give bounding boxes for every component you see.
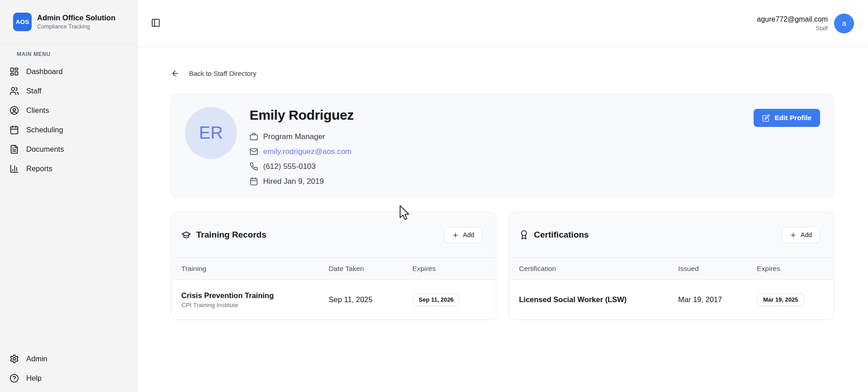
profile-phone: (612) 555-0103 [263, 162, 316, 171]
training-expires-badge: Sep 11, 2026 [412, 293, 460, 306]
certification-issued: Mar 19, 2017 [678, 295, 757, 304]
gear-icon [9, 354, 19, 364]
profile-card: ER Emily Rodriguez Program Manager emily… [171, 93, 834, 197]
training-records-title: Training Records [181, 230, 266, 240]
sidebar-item-staff[interactable]: Staff [0, 81, 137, 101]
help-circle-icon [9, 373, 19, 383]
certification-table-row[interactable]: Licensed Social Worker (LSW) Mar 19, 201… [509, 280, 834, 319]
add-training-label: Add [463, 231, 474, 238]
sidebar-item-admin[interactable]: Admin [0, 349, 137, 369]
app-logo-block: AOS Admin Office Solution Compliance Tra… [0, 0, 137, 44]
account-avatar[interactable]: a [834, 14, 854, 33]
sidebar-item-documents[interactable]: Documents [0, 140, 137, 159]
profile-hired-row: Hired Jan 9, 2019 [250, 174, 354, 189]
main-area: agure772@gmail.com Staff a Back to Staff… [137, 0, 868, 392]
profile-job-title-row: Program Manager [250, 129, 354, 144]
profile-email-link[interactable]: emily.rodriguez@aos.com [263, 147, 352, 156]
sidebar-item-dashboard[interactable]: Dashboard [0, 62, 137, 81]
training-date-taken: Sep 11, 2025 [329, 295, 412, 304]
sidebar-nav: MAIN MENU Dashboard Staff Clients Schedu… [0, 51, 137, 178]
training-table-row[interactable]: Crisis Prevention Training CPI Training … [171, 280, 496, 319]
briefcase-icon [250, 132, 258, 141]
sidebar-item-label: Help [26, 374, 42, 383]
page-content: Back to Staff Directory ER Emily Rodrigu… [137, 47, 868, 320]
certification-name: Licensed Social Worker (LSW) [519, 295, 678, 304]
sidebar-item-label: Documents [26, 145, 64, 154]
certification-expires-badge: Mar 19, 2025 [757, 293, 804, 306]
sidebar-footer: Admin Help [0, 349, 137, 392]
training-records-panel: Training Records Add Training Date Taken… [171, 212, 496, 320]
sidebar-item-help[interactable]: Help [0, 369, 137, 388]
column-header: Issued [678, 265, 757, 273]
calendar-icon [9, 125, 19, 135]
mail-icon [250, 147, 258, 156]
sidebar-spacer [0, 178, 137, 349]
training-provider: CPI Training Institute [181, 302, 329, 308]
award-icon [519, 230, 529, 240]
certifications-title: Certifications [519, 230, 589, 240]
app-logo: AOS [13, 13, 32, 31]
training-table-header: Training Date Taken Expires [171, 257, 496, 280]
sidebar-item-label: Staff [26, 87, 42, 95]
profile-hired-date: Hired Jan 9, 2019 [263, 177, 324, 186]
phone-icon [250, 162, 258, 171]
user-circle-icon [9, 106, 19, 115]
column-header: Expires [757, 265, 824, 273]
bar-chart-icon [9, 164, 19, 173]
sidebar-item-label: Clients [26, 106, 49, 115]
column-header: Training [181, 265, 329, 273]
back-link-label: Back to Staff Directory [189, 70, 256, 77]
sidebar-toggle-button[interactable] [150, 18, 161, 29]
app-window: AOS Admin Office Solution Compliance Tra… [0, 0, 868, 392]
sidebar: AOS Admin Office Solution Compliance Tra… [0, 0, 137, 392]
app-subtitle: Compliance Tracking [37, 23, 115, 30]
graduation-cap-icon [181, 230, 191, 240]
profile-avatar: ER [185, 107, 237, 159]
back-to-staff-directory-link[interactable]: Back to Staff Directory [171, 68, 256, 79]
calendar-icon [250, 177, 258, 186]
edit-pencil-icon [762, 114, 770, 122]
add-certification-label: Add [801, 231, 812, 238]
sidebar-item-reports[interactable]: Reports [0, 159, 137, 178]
sidebar-item-label: Admin [26, 355, 47, 363]
panel-left-icon [151, 18, 160, 28]
training-name: Crisis Prevention Training [181, 291, 329, 300]
profile-phone-row: (612) 555-0103 [250, 159, 354, 174]
profile-email-row: emily.rodriguez@aos.com [250, 144, 354, 159]
file-text-icon [9, 145, 19, 154]
sidebar-item-label: Reports [26, 164, 52, 173]
certifications-panel: Certifications Add Certification Issued … [509, 212, 834, 320]
arrow-left-icon [171, 69, 179, 78]
account-block: agure772@gmail.com Staff a [757, 14, 854, 33]
certifications-table-header: Certification Issued Expires [509, 257, 834, 280]
sidebar-item-scheduling[interactable]: Scheduling [0, 120, 137, 140]
plus-icon [452, 232, 459, 238]
training-records-title-label: Training Records [196, 230, 266, 240]
profile-job-title: Program Manager [263, 132, 325, 141]
plus-icon [790, 232, 797, 238]
sidebar-item-label: Scheduling [26, 126, 63, 134]
users-icon [9, 86, 19, 96]
add-training-button[interactable]: Add [444, 227, 482, 243]
dashboard-icon [9, 67, 19, 76]
edit-profile-button[interactable]: Edit Profile [754, 109, 820, 127]
column-header: Expires [412, 265, 486, 273]
sidebar-item-label: Dashboard [26, 67, 63, 76]
sidebar-item-clients[interactable]: Clients [0, 101, 137, 120]
app-title: Admin Office Solution [37, 14, 115, 22]
edit-profile-label: Edit Profile [774, 114, 811, 122]
topbar: agure772@gmail.com Staff a [137, 0, 868, 47]
certifications-title-label: Certifications [534, 230, 589, 240]
account-role: Staff [757, 25, 828, 32]
column-header: Certification [519, 265, 678, 273]
add-certification-button[interactable]: Add [782, 227, 820, 243]
column-header: Date Taken [329, 265, 412, 273]
sidebar-section-label: MAIN MENU [17, 51, 137, 57]
account-email: agure772@gmail.com [757, 15, 828, 23]
profile-name: Emily Rodriguez [250, 107, 354, 123]
